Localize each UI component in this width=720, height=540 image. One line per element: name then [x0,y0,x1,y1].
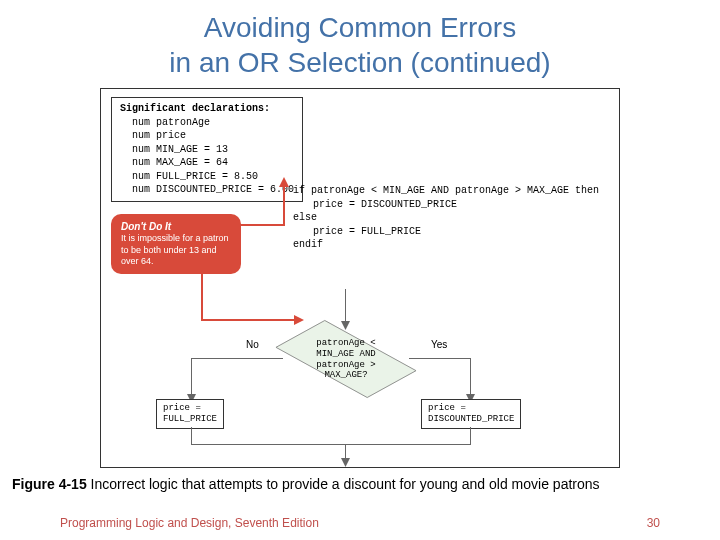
flowline-icon [470,358,471,399]
flowline-icon [345,289,346,325]
arrowhead-icon [341,458,350,467]
process-yes-box: price = DISCOUNTED_PRICE [421,399,521,429]
code-line: if patronAge < MIN_AGE AND patronAge > M… [293,184,599,198]
figure-container: Significant declarations: num patronAge … [100,88,620,468]
footer-book: Programming Logic and Design, Seventh Ed… [60,516,319,530]
decl-line: num MAX_AGE = 64 [120,156,294,170]
decl-line: num patronAge [120,116,294,130]
callout-arrow-icon [201,319,296,321]
flowline-icon [470,427,471,445]
dont-title: Don't Do It [121,220,231,233]
diamond-line: patronAge < [281,338,411,349]
flowline-icon [409,358,471,359]
decision-diamond: patronAge < MIN_AGE AND patronAge > MAX_… [281,324,411,394]
rect-line: DISCOUNTED_PRICE [428,414,514,425]
flowline-icon [191,358,283,359]
caption-fig: Figure 4-15 [12,476,87,492]
decl-line: num DISCOUNTED_PRICE = 6.00 [120,183,294,197]
diamond-line: MIN_AGE AND [281,349,411,360]
rect-line: FULL_PRICE [163,414,217,425]
flowline-icon [191,358,192,399]
diamond-line: MAX_AGE? [281,370,411,381]
page-number: 30 [647,516,660,530]
diamond-text: patronAge < MIN_AGE AND patronAge > MAX_… [281,338,411,381]
callout-arrow-icon [241,224,285,226]
arrowhead-icon [279,177,289,187]
diamond-line: patronAge > [281,360,411,371]
title-line1: Avoiding Common Errorsin an OR Selection… [169,12,550,78]
rect-line: price = [428,403,514,414]
no-label: No [246,339,259,350]
flowline-icon [191,444,471,445]
callout-arrow-icon [283,184,285,226]
pseudocode-box: if patronAge < MIN_AGE AND patronAge > M… [293,184,599,252]
decl-heading: Significant declarations: [120,102,294,116]
dont-body: It is impossible for a patron to be both… [121,233,231,268]
flowline-icon [191,427,192,445]
slide-footer: Programming Logic and Design, Seventh Ed… [0,516,720,530]
decl-line: num MIN_AGE = 13 [120,143,294,157]
code-line: price = FULL_PRICE [293,225,599,239]
code-line: endif [293,238,599,252]
code-line: price = DISCOUNTED_PRICE [293,198,599,212]
process-no-box: price = FULL_PRICE [156,399,224,429]
decl-line: num FULL_PRICE = 8.50 [120,170,294,184]
code-line: else [293,211,599,225]
rect-line: price = [163,403,217,414]
declarations-box: Significant declarations: num patronAge … [111,97,303,202]
dont-do-it-callout: Don't Do It It is impossible for a patro… [111,214,241,274]
svg-marker-0 [279,177,289,187]
decl-line: num price [120,129,294,143]
yes-label: Yes [431,339,447,350]
caption-text: Incorrect logic that attempts to provide… [87,476,600,492]
slide-title: Avoiding Common Errorsin an OR Selection… [0,0,720,88]
callout-arrow-icon [201,269,203,321]
svg-marker-5 [341,458,350,467]
figure-caption: Figure 4-15 Incorrect logic that attempt… [0,468,720,492]
